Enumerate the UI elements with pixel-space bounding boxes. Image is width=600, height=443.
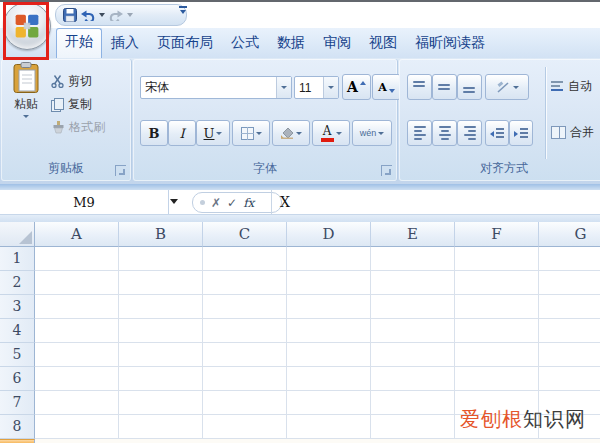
undo-icon[interactable] xyxy=(81,9,95,21)
borders-button[interactable] xyxy=(232,120,270,146)
column-header-C[interactable]: C xyxy=(203,222,287,247)
cell-A1[interactable] xyxy=(35,247,119,271)
align-bottom-button[interactable] xyxy=(457,74,482,100)
bold-button[interactable]: B xyxy=(140,120,168,146)
cell-B5[interactable] xyxy=(119,343,203,367)
cell-G1[interactable] xyxy=(539,247,600,271)
fill-color-dropdown-icon[interactable] xyxy=(296,132,302,135)
font-name-combo[interactable]: 宋体 xyxy=(140,76,292,99)
ribbon-tab-0[interactable]: 开始 xyxy=(56,28,102,58)
cell-B1[interactable] xyxy=(119,247,203,271)
column-header-F[interactable]: F xyxy=(455,222,539,247)
column-header-A[interactable]: A xyxy=(35,222,119,247)
cell-A4[interactable] xyxy=(35,319,119,343)
cell-G5[interactable] xyxy=(539,343,600,367)
copy-button[interactable]: 复制 xyxy=(51,96,92,113)
underline-button[interactable]: U xyxy=(196,120,230,146)
row-header-9-highlighted[interactable] xyxy=(0,439,35,443)
borders-dropdown-icon[interactable] xyxy=(256,132,262,135)
formula-input[interactable]: X xyxy=(280,190,290,214)
cell-F3[interactable] xyxy=(455,295,539,319)
cell-C3[interactable] xyxy=(203,295,287,319)
ribbon-tab-2[interactable]: 页面布局 xyxy=(148,29,222,58)
cell-B4[interactable] xyxy=(119,319,203,343)
ribbon-tab-7[interactable]: 福昕阅读器 xyxy=(406,29,494,58)
phonetic-dropdown-icon[interactable] xyxy=(378,132,384,135)
cut-button[interactable]: 剪切 xyxy=(51,73,92,90)
cell-D5[interactable] xyxy=(287,343,371,367)
row-header-6[interactable]: 6 xyxy=(0,367,35,391)
align-right-button[interactable] xyxy=(457,120,482,146)
select-all-corner[interactable] xyxy=(0,222,35,247)
cell-C6[interactable] xyxy=(203,367,287,391)
cell-B7[interactable] xyxy=(119,391,203,415)
enter-icon[interactable]: ✓ xyxy=(227,197,237,209)
cell-A2[interactable] xyxy=(35,271,119,295)
column-header-G[interactable]: G xyxy=(539,222,600,247)
cell-D4[interactable] xyxy=(287,319,371,343)
cell-C1[interactable] xyxy=(203,247,287,271)
cell-A7[interactable] xyxy=(35,391,119,415)
cell-G4[interactable] xyxy=(539,319,600,343)
column-header-D[interactable]: D xyxy=(287,222,371,247)
cell-G6[interactable] xyxy=(539,367,600,391)
column-header-E[interactable]: E xyxy=(371,222,455,247)
cell-D3[interactable] xyxy=(287,295,371,319)
orientation-dropdown-icon[interactable] xyxy=(513,86,519,89)
cell-B6[interactable] xyxy=(119,367,203,391)
wrap-text-button[interactable]: 自动 xyxy=(551,78,592,95)
merge-center-button[interactable]: 合并 xyxy=(551,124,594,141)
cell-E7[interactable] xyxy=(371,391,455,415)
cell-C2[interactable] xyxy=(203,271,287,295)
cell-F1[interactable] xyxy=(455,247,539,271)
decrease-indent-button[interactable] xyxy=(485,120,509,146)
ribbon-tab-5[interactable]: 审阅 xyxy=(314,29,360,58)
align-left-button[interactable] xyxy=(407,120,432,146)
align-middle-button[interactable] xyxy=(432,74,457,100)
row-header-2[interactable]: 2 xyxy=(0,271,35,295)
align-top-button[interactable] xyxy=(407,74,432,100)
font-color-dropdown-icon[interactable] xyxy=(336,132,342,135)
underline-dropdown-icon[interactable] xyxy=(216,132,222,135)
cell-E8[interactable] xyxy=(371,415,455,439)
clipboard-dialog-launcher-icon[interactable] xyxy=(115,165,126,176)
cell-F6[interactable] xyxy=(455,367,539,391)
cell-D1[interactable] xyxy=(287,247,371,271)
cell-B2[interactable] xyxy=(119,271,203,295)
font-color-button[interactable]: A xyxy=(312,120,350,146)
cell-C8[interactable] xyxy=(203,415,287,439)
column-header-B[interactable]: B xyxy=(119,222,203,247)
cell-E6[interactable] xyxy=(371,367,455,391)
paste-dropdown-icon[interactable] xyxy=(23,115,29,118)
cell-D8[interactable] xyxy=(287,415,371,439)
cell-G3[interactable] xyxy=(539,295,600,319)
cell-A6[interactable] xyxy=(35,367,119,391)
phonetic-guide-button[interactable]: wén xyxy=(352,120,392,146)
increase-font-button[interactable]: A xyxy=(342,74,371,100)
save-icon[interactable] xyxy=(63,8,77,22)
name-box-dropdown-icon[interactable] xyxy=(170,199,178,204)
ribbon-tab-4[interactable]: 数据 xyxy=(268,29,314,58)
cell-E2[interactable] xyxy=(371,271,455,295)
cell-C5[interactable] xyxy=(203,343,287,367)
cell-A5[interactable] xyxy=(35,343,119,367)
font-size-combo[interactable]: 11 xyxy=(294,76,339,99)
cell-D6[interactable] xyxy=(287,367,371,391)
cell-E3[interactable] xyxy=(371,295,455,319)
name-box[interactable]: M9 xyxy=(0,190,169,214)
cancel-icon[interactable]: ✗ xyxy=(211,197,221,209)
row-header-7[interactable]: 7 xyxy=(0,391,35,415)
font-dialog-launcher-icon[interactable] xyxy=(381,165,392,176)
font-name-dropdown-icon[interactable] xyxy=(276,77,291,98)
decrease-font-button[interactable]: A xyxy=(372,74,401,100)
customize-qat-icon[interactable] xyxy=(179,6,187,14)
row-header-5[interactable]: 5 xyxy=(0,343,35,367)
cell-F5[interactable] xyxy=(455,343,539,367)
cell-B3[interactable] xyxy=(119,295,203,319)
row-header-1[interactable]: 1 xyxy=(0,247,35,271)
row-header-3[interactable]: 3 xyxy=(0,295,35,319)
cell-A8[interactable] xyxy=(35,415,119,439)
cell-E4[interactable] xyxy=(371,319,455,343)
font-size-dropdown-icon[interactable] xyxy=(323,77,338,98)
increase-indent-button[interactable] xyxy=(509,120,533,146)
